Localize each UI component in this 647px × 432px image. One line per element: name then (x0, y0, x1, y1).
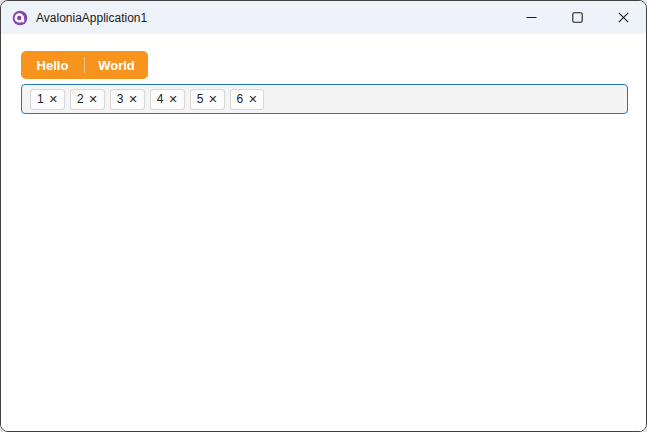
maximize-button[interactable] (554, 1, 600, 34)
chip-5[interactable]: 5 ✕ (190, 89, 225, 110)
chip-label: 1 (37, 93, 44, 105)
maximize-icon (572, 12, 583, 23)
chip-label: 5 (197, 93, 204, 105)
chip-label: 3 (117, 93, 124, 105)
chip-6[interactable]: 6 ✕ (230, 89, 265, 110)
chip-2[interactable]: 2 ✕ (70, 89, 105, 110)
chip-1[interactable]: 1 ✕ (30, 89, 65, 110)
chip-close-icon[interactable]: ✕ (89, 94, 98, 105)
close-button[interactable] (600, 1, 646, 34)
chip-label: 2 (77, 93, 84, 105)
tabstrip: Hello World (21, 51, 148, 79)
tab-hello-label: Hello (37, 58, 69, 73)
chip-label: 6 (237, 93, 244, 105)
chip-close-icon[interactable]: ✕ (208, 94, 217, 105)
titlebar-left: AvaloniaApplication1 (1, 10, 508, 26)
tab-hello[interactable]: Hello (21, 51, 84, 79)
avalonia-logo-icon (12, 10, 28, 26)
close-icon (618, 12, 629, 23)
chip-close-icon[interactable]: ✕ (248, 94, 257, 105)
caption-buttons (508, 1, 646, 34)
chip-4[interactable]: 4 ✕ (150, 89, 185, 110)
window-title: AvaloniaApplication1 (36, 11, 147, 25)
chip-close-icon[interactable]: ✕ (49, 94, 58, 105)
titlebar[interactable]: AvaloniaApplication1 (1, 1, 646, 34)
chip-label: 4 (157, 93, 164, 105)
window-content: Hello World 1 ✕ 2 ✕ 3 ✕ 4 ✕ (1, 34, 646, 431)
tab-world[interactable]: World (85, 51, 148, 79)
tab-world-label: World (98, 58, 135, 73)
app-window: AvaloniaApplication1 (0, 0, 647, 432)
chip-close-icon[interactable]: ✕ (129, 94, 138, 105)
minimize-icon (526, 12, 537, 23)
chip-close-icon[interactable]: ✕ (168, 94, 177, 105)
chip-input-box[interactable]: 1 ✕ 2 ✕ 3 ✕ 4 ✕ 5 ✕ 6 ✕ (21, 84, 628, 114)
minimize-button[interactable] (508, 1, 554, 34)
chip-3[interactable]: 3 ✕ (110, 89, 145, 110)
